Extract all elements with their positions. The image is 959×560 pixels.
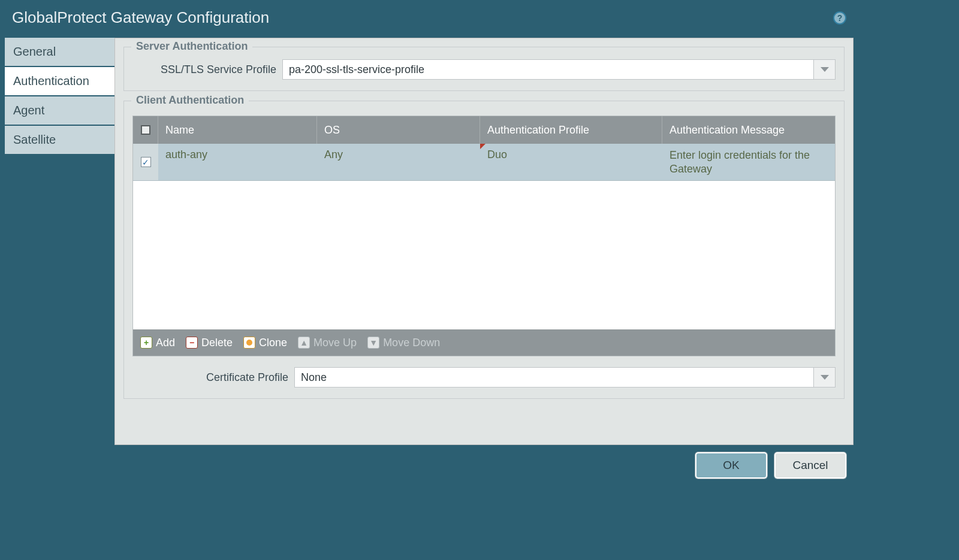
delete-label: Delete (201, 337, 233, 349)
table-row[interactable]: ✓ auth-any Any Duo Enter login credentia… (133, 144, 835, 181)
cell-name[interactable]: auth-any (158, 144, 317, 166)
content-panel: Server Authentication SSL/TLS Service Pr… (114, 38, 854, 445)
arrow-down-icon: ▼ (367, 337, 379, 349)
client-auth-legend: Client Authentication (131, 94, 249, 107)
column-auth-message[interactable]: Authentication Message (662, 116, 835, 144)
header-checkbox-cell[interactable] (133, 116, 158, 144)
move-up-label: Move Up (313, 337, 357, 349)
server-auth-fieldset: Server Authentication SSL/TLS Service Pr… (123, 47, 845, 91)
tabs-sidebar: General Authentication Agent Satellite (5, 38, 114, 154)
cert-profile-combo[interactable] (294, 367, 836, 388)
column-name[interactable]: Name (158, 116, 317, 144)
client-auth-fieldset: Client Authentication Name OS Authentica… (123, 101, 845, 399)
clone-label: Clone (259, 337, 287, 349)
chevron-down-icon (821, 67, 829, 72)
tab-agent[interactable]: Agent (5, 96, 114, 125)
minus-icon: − (186, 337, 198, 349)
column-auth-profile[interactable]: Authentication Profile (480, 116, 662, 144)
arrow-up-icon: ▲ (298, 337, 310, 349)
ok-button[interactable]: OK (695, 452, 767, 479)
ssl-profile-input[interactable] (282, 59, 814, 80)
ssl-profile-label: SSL/TLS Service Profile (132, 63, 276, 76)
tab-general[interactable]: General (5, 38, 114, 66)
cell-os: Any (317, 144, 480, 166)
help-icon[interactable]: ? (833, 11, 846, 25)
tab-authentication[interactable]: Authentication (5, 67, 114, 95)
ssl-profile-combo[interactable] (282, 59, 836, 80)
cert-profile-label: Certificate Profile (132, 371, 288, 384)
cert-profile-input[interactable] (294, 367, 814, 388)
table-body: ✓ auth-any Any Duo Enter login credentia… (133, 144, 835, 329)
table-toolbar: + Add − Delete Clone ▲ (133, 329, 835, 356)
tab-satellite[interactable]: Satellite (5, 126, 114, 154)
move-down-button[interactable]: ▼ Move Down (367, 337, 440, 349)
table-header-row: Name OS Authentication Profile Authentic… (133, 116, 835, 144)
add-label: Add (156, 337, 175, 349)
server-auth-legend: Server Authentication (131, 40, 252, 53)
add-button[interactable]: + Add (140, 337, 175, 349)
cancel-button[interactable]: Cancel (774, 452, 846, 479)
ssl-profile-dropdown-button[interactable] (814, 59, 836, 80)
clone-icon (243, 337, 255, 349)
cell-auth-message: Enter login credentials for the Gateway (662, 144, 835, 180)
cell-auth-profile: Duo (480, 144, 662, 166)
row-checkbox[interactable]: ✓ (141, 157, 151, 167)
title-bar: GlobalProtect Gateway Configuration ? (0, 0, 858, 38)
select-all-checkbox[interactable] (141, 125, 150, 135)
cert-profile-dropdown-button[interactable] (814, 367, 836, 388)
client-auth-table: Name OS Authentication Profile Authentic… (132, 116, 836, 356)
chevron-down-icon (821, 375, 829, 380)
clone-button[interactable]: Clone (243, 337, 287, 349)
delete-button[interactable]: − Delete (186, 337, 233, 349)
move-down-label: Move Down (383, 337, 440, 349)
page-title: GlobalProtect Gateway Configuration (12, 8, 269, 27)
column-os[interactable]: OS (317, 116, 480, 144)
plus-icon: + (140, 337, 152, 349)
move-up-button[interactable]: ▲ Move Up (298, 337, 357, 349)
dialog-footer: OK Cancel (0, 445, 854, 479)
